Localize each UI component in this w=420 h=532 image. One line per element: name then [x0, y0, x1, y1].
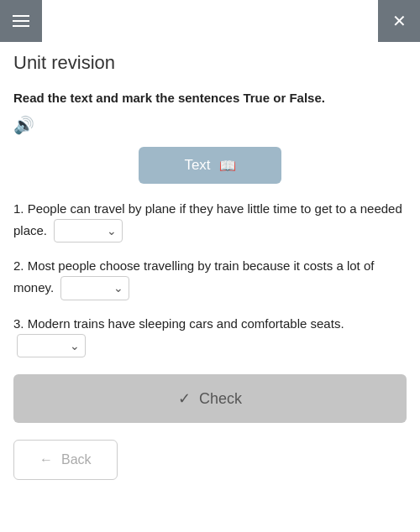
- text-button[interactable]: Text 📖: [139, 147, 281, 184]
- question-3-text: 3. Modern trains have sleeping cars and …: [13, 316, 344, 331]
- text-button-container: Text 📖: [13, 147, 407, 184]
- questions-container: 1. People can travel by plane if they ha…: [13, 199, 407, 357]
- top-bar: ✕: [0, 0, 420, 42]
- question-item-3: 3. Modern trains have sleeping cars and …: [13, 314, 407, 357]
- audio-button[interactable]: 🔊: [13, 115, 34, 135]
- chevron-down-icon-3: ⌄: [70, 336, 80, 355]
- question-3-select-wrapper[interactable]: True False ⌄: [17, 334, 86, 357]
- question-2-select[interactable]: True False: [68, 282, 110, 295]
- audio-icon: 🔊: [13, 116, 34, 134]
- chevron-down-icon-2: ⌄: [113, 279, 123, 297]
- text-button-label: Text: [184, 157, 210, 174]
- hamburger-icon: [13, 15, 29, 27]
- question-item-2: 2. Most people choose travelling by trai…: [13, 256, 407, 300]
- question-item-1: 1. People can travel by plane if they ha…: [13, 199, 407, 243]
- instruction-text: Read the text and mark the sentences Tru…: [13, 89, 407, 107]
- chevron-down-icon-1: ⌄: [107, 222, 117, 240]
- question-1-select[interactable]: True False: [61, 224, 103, 237]
- back-button[interactable]: ← Back: [13, 440, 118, 480]
- back-arrow-icon: ←: [39, 452, 53, 467]
- close-button[interactable]: ✕: [378, 0, 420, 42]
- book-icon: 📖: [219, 158, 236, 174]
- check-button-label: Check: [199, 390, 242, 408]
- page-title: Unit revision: [0, 42, 420, 81]
- main-content: Read the text and mark the sentences Tru…: [0, 81, 420, 493]
- question-1-select-wrapper[interactable]: True False ⌄: [54, 219, 123, 243]
- back-button-label: Back: [61, 452, 92, 467]
- menu-button[interactable]: [0, 0, 42, 42]
- checkmark-icon: ✓: [178, 389, 191, 408]
- check-button[interactable]: ✓ Check: [13, 374, 407, 423]
- question-2-select-wrapper[interactable]: True False ⌄: [60, 276, 129, 300]
- question-3-select[interactable]: True False: [24, 339, 66, 352]
